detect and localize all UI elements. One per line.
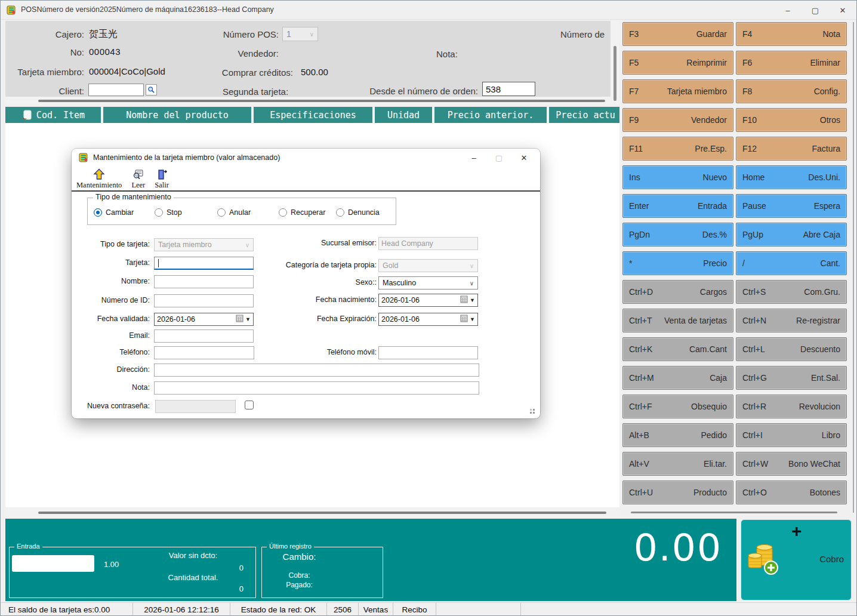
keypad-button-guardar[interactable]: F3Guardar (622, 22, 733, 46)
dialog-toolbar: Mantenimiento Leer Salir (72, 167, 540, 192)
keypad-button-pedido[interactable]: Alt+BPedido (622, 423, 733, 447)
radio-label: Recuperar (291, 208, 325, 217)
keypad-button-cargos[interactable]: Ctrl+DCargos (622, 280, 733, 304)
sucursal-emisor-value: Head Company (381, 239, 433, 248)
sucursal-emisor-label: Sucursal emisor: (269, 239, 377, 247)
fecha-nacimiento-picker[interactable]: 2026-01-06 ▼ (378, 294, 478, 307)
dialog-minimize-button[interactable]: – (461, 149, 486, 167)
keypad-button-bono-wechat[interactable]: Ctrl+WBono WeChat (736, 452, 847, 476)
tipo-tarjeta-label: Tipo de tarjeta: (72, 240, 150, 248)
nombre-label: Nombre: (72, 277, 150, 285)
keypad-button-eliminar[interactable]: F6Eliminar (736, 51, 847, 75)
keypad-button-cant-[interactable]: /Cant. (736, 251, 847, 275)
chevron-down-icon: ▼ (470, 297, 475, 303)
status-section: Ventas (359, 603, 393, 616)
dialog-resize-grip[interactable] (529, 408, 535, 414)
keypad-button-venta-de-tarjetas[interactable]: Ctrl+TVenta de tarjetas (622, 309, 733, 332)
top-horizontal-scrollbar[interactable] (5, 97, 611, 104)
keypad-button-reimprimir[interactable]: F5Reimprimir (622, 51, 733, 75)
leer-button[interactable]: Leer (131, 168, 145, 190)
tarjeta-input[interactable] (154, 257, 254, 270)
maximize-button[interactable]: ▢ (801, 1, 829, 20)
radio-recuperar[interactable]: Recuperar (279, 208, 325, 217)
keypad-button-nota[interactable]: F4Nota (736, 22, 847, 46)
radio-cambiar[interactable]: Cambiar (94, 208, 134, 217)
nueva-contrasena-checkbox[interactable] (245, 401, 254, 409)
keypad-button-revolucion[interactable]: Ctrl+RRevolucion (736, 395, 847, 418)
minimize-button[interactable]: – (774, 1, 801, 20)
keypad-button-abre-caja[interactable]: PgUpAbre Caja (736, 223, 847, 247)
radio-stop[interactable]: Stop (155, 208, 182, 217)
cajero-label: Cajero: (5, 29, 84, 39)
rate-value: 1.00 (104, 560, 119, 569)
client-search-button[interactable] (146, 84, 157, 96)
radio-circle-icon[interactable] (94, 208, 102, 217)
cambio-label: Cambio: (262, 552, 337, 562)
top-vertical-scrollbar[interactable] (611, 21, 619, 104)
salir-button[interactable]: Salir (155, 168, 169, 190)
keypad-button-re-registrar[interactable]: Ctrl+NRe-registrar (736, 309, 847, 332)
keypad-button-pre-esp-[interactable]: F11Pre.Esp. (622, 137, 733, 161)
mantenimiento-button[interactable]: Mantenimiento (76, 168, 122, 190)
close-button[interactable]: ✕ (829, 1, 856, 20)
keypad-button-config-[interactable]: F8Config. (736, 79, 847, 103)
status-section (436, 603, 521, 616)
numero-pos-select[interactable]: 1 ∨ (282, 27, 318, 41)
plus-sign: + (791, 521, 802, 541)
keypad-button-factura[interactable]: F12Factura (736, 137, 847, 161)
fecha-expiracion-picker[interactable]: 2026-01-06 ▼ (378, 313, 478, 326)
desde-orden-input[interactable] (482, 82, 535, 96)
radio-denuncia[interactable]: Denuncia (336, 208, 380, 217)
keypad-button-espera[interactable]: PauseEspera (736, 194, 847, 218)
keypad-button-cam-cant[interactable]: Ctrl+KCam.Cant (622, 337, 733, 361)
keypad-button-ent-sal-[interactable]: Ctrl+GEnt.Sal. (736, 366, 847, 390)
arrow-up-icon (93, 168, 105, 180)
direccion-input[interactable] (154, 364, 479, 377)
keypad-button-nuevo[interactable]: InsNuevo (622, 165, 733, 189)
radio-circle-icon[interactable] (217, 208, 226, 217)
keypad-button-botones[interactable]: Ctrl+OBotones (736, 481, 847, 504)
entrada-groupbox: Entrada 1.00 Valor sin dcto: 0 Cantidad … (9, 547, 256, 598)
radio-anular[interactable]: Anular (217, 208, 251, 217)
keypad-button-des-uni-[interactable]: HomeDes.Uni. (736, 165, 847, 189)
entrada-input[interactable] (12, 555, 94, 572)
telefono-input[interactable] (154, 346, 254, 359)
calendar-icon (460, 315, 468, 324)
email-input[interactable] (154, 329, 254, 343)
client-input[interactable] (88, 84, 144, 96)
keypad-horizontal-scrollbar[interactable] (631, 512, 837, 513)
cobra-label: Cobra: (262, 571, 337, 580)
nombre-input[interactable] (154, 275, 254, 288)
status-section (521, 603, 857, 616)
keypad-button-obsequio[interactable]: Ctrl+FObsequio (622, 395, 733, 418)
keypad-button-eli-tar-[interactable]: Alt+VEli.tar. (622, 452, 733, 476)
keypad-button-entrada[interactable]: EnterEntrada (622, 194, 733, 218)
keypad-button-com-gru-[interactable]: Ctrl+SCom.Gru. (736, 280, 847, 304)
keypad-button-libro[interactable]: Ctrl+ILibro (736, 423, 847, 447)
telefono-movil-input[interactable] (378, 346, 478, 359)
keypad-button-vendedor[interactable]: F9Vendedor (622, 108, 733, 132)
table-horizontal-scrollbar[interactable] (5, 509, 619, 517)
cobro-button[interactable]: + Cobro (741, 519, 852, 600)
radio-circle-icon[interactable] (155, 208, 163, 217)
table-column-header: Cod. Item (5, 107, 103, 123)
radio-circle-icon[interactable] (279, 208, 287, 217)
sucursal-emisor-input: Head Company (378, 237, 478, 250)
fecha-expiracion-value: 2026-01-06 (381, 315, 420, 324)
fecha-validada-picker[interactable]: 2026-01-06 ▼ (154, 313, 254, 326)
tarjeta-label: Tarjeta: (72, 258, 150, 267)
keypad-button-caja[interactable]: Ctrl+MCaja (622, 366, 733, 390)
radio-circle-icon[interactable] (336, 208, 344, 217)
dialog-close-button[interactable]: ✕ (511, 149, 537, 167)
keypad-button-producto[interactable]: Ctrl+UProducto (622, 481, 733, 504)
dialog-nota-input[interactable] (154, 381, 479, 395)
sexo-select[interactable]: Masculino∨ (378, 276, 478, 289)
keypad-button-descuento[interactable]: Ctrl+LDescuento (736, 337, 847, 361)
keypad-vertical-scrollbar[interactable] (853, 22, 854, 513)
keypad-button-tarjeta-miembro[interactable]: F7Tarjeta miembro (622, 79, 733, 103)
keypad-button-otros[interactable]: F10Otros (736, 108, 847, 132)
keypad-button-des-[interactable]: PgDnDes.% (622, 223, 733, 247)
radio-label: Denuncia (348, 208, 380, 217)
keypad-button-precio[interactable]: *Precio (622, 251, 733, 275)
numero-id-input[interactable] (154, 294, 254, 307)
